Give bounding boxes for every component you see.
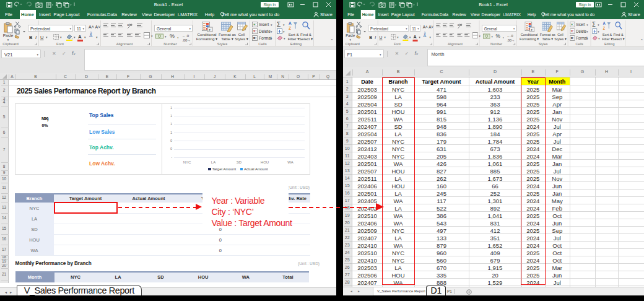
svg-text:z: z	[531, 28, 533, 32]
svg-text:Z: Z	[289, 26, 291, 30]
svg-text:z: z	[209, 28, 211, 32]
svg-text:A: A	[603, 21, 606, 25]
svg-text:ab: ab	[457, 23, 461, 27]
svg-text:A: A	[289, 21, 292, 25]
svg-text:Z: Z	[603, 26, 605, 30]
svg-text:ab: ab	[127, 23, 131, 27]
